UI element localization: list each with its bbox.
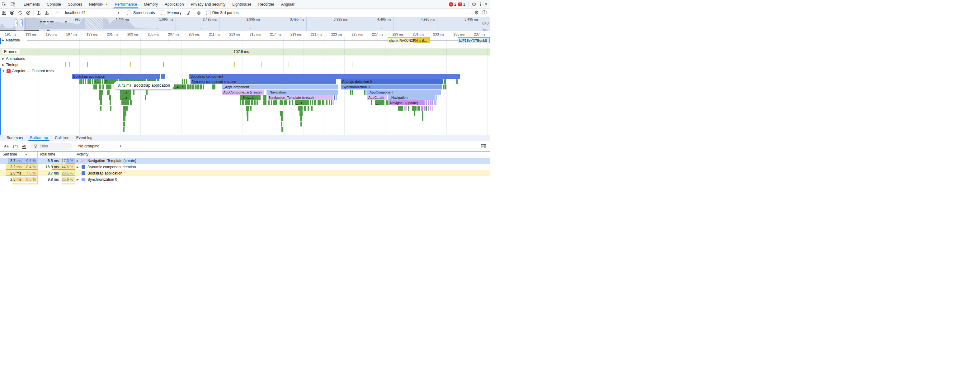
tab-recorder[interactable]: Recorder (255, 0, 278, 8)
flame-bar-change-detection-0[interactable]: Change detection 0 (341, 79, 443, 84)
column-separator[interactable] (37, 152, 38, 184)
column-header-activity[interactable]: Activity (76, 152, 88, 157)
flame-bar[interactable] (196, 85, 198, 89)
flame-bar[interactable] (352, 90, 353, 95)
selection-handle-right[interactable] (20, 19, 23, 27)
flame-bar[interactable] (250, 105, 251, 111)
flame-bar[interactable] (314, 101, 316, 105)
flame-bar[interactable] (85, 79, 86, 84)
flame-bar[interactable] (431, 101, 433, 105)
flame-bar[interactable] (263, 95, 266, 100)
flame-bar[interactable] (417, 105, 419, 111)
match-case-icon[interactable]: Aa (3, 144, 10, 148)
flame-bar[interactable] (432, 105, 433, 111)
history-dropdown[interactable]: localhost #1 ▼ (63, 10, 122, 16)
flame-bar[interactable] (443, 85, 445, 89)
regex-icon[interactable]: (.*) (11, 144, 19, 148)
device-toolbar-icon[interactable] (9, 0, 18, 8)
flame-bar[interactable] (106, 85, 111, 89)
flame-bar[interactable] (92, 79, 93, 84)
flame-bar[interactable] (280, 111, 283, 116)
timings-track-header[interactable]: ▶ Timings (2, 63, 19, 67)
flame-bar[interactable] (123, 111, 126, 116)
timing-mark[interactable] (136, 62, 136, 67)
flame-bar[interactable] (186, 79, 188, 84)
flame-bar-navigation-template-create[interactable]: Navigation_Template (create) (268, 95, 333, 100)
flame-bar[interactable] (110, 105, 111, 111)
flame-bar[interactable] (311, 105, 313, 111)
flame-bar-a-e[interactable]: _A...e (173, 85, 186, 89)
flame-bar[interactable] (322, 101, 325, 105)
flame-bar[interactable] (331, 101, 332, 105)
flame-bar[interactable] (292, 101, 293, 105)
flame-bar[interactable] (99, 95, 102, 100)
flame-bar[interactable] (414, 111, 415, 116)
toggle-sidebar-icon[interactable] (0, 9, 8, 16)
flame-bar[interactable] (422, 116, 423, 121)
tab-sources[interactable]: Sources (64, 0, 86, 8)
record-icon[interactable] (8, 9, 16, 16)
flame-bar[interactable] (457, 79, 458, 84)
flame-bar[interactable] (289, 101, 290, 105)
flame-bar-r[interactable]: _...r (120, 95, 131, 100)
flame-bar[interactable] (412, 105, 417, 111)
flame-bar[interactable] (387, 101, 388, 105)
details-tab-summary[interactable]: Summary (3, 135, 27, 141)
flame-bar[interactable] (240, 101, 241, 105)
flame-bar[interactable] (273, 101, 277, 105)
table-row-navigation-template-create[interactable]: 3.7 ms9.8 %6.5 ms17.3 %▶Navigation_Templ… (0, 158, 490, 164)
screenshots-checkbox[interactable]: Screenshots (127, 11, 155, 15)
flame-bar[interactable] (428, 101, 429, 105)
load-profile-icon[interactable] (35, 9, 43, 16)
flame-bar[interactable] (312, 101, 313, 105)
flame-bar[interactable] (246, 105, 249, 111)
flame-bar[interactable] (123, 105, 128, 111)
flame-bar[interactable] (99, 90, 103, 95)
flame-bar[interactable] (254, 101, 256, 105)
flame-bar[interactable] (310, 101, 311, 105)
flame-bar[interactable] (280, 101, 283, 105)
flame-bar[interactable] (245, 101, 250, 105)
flame-bar[interactable] (428, 105, 429, 111)
flame-bar[interactable] (298, 105, 302, 111)
save-profile-icon[interactable] (43, 9, 51, 16)
flame-bar[interactable] (256, 101, 258, 105)
flame-bar[interactable] (109, 95, 111, 100)
flame-bar[interactable] (203, 85, 204, 89)
flame-bar[interactable] (200, 85, 201, 89)
flame-bar[interactable] (123, 127, 124, 132)
table-row-bootstrap-application[interactable]: 2.8 ms7.5 %8.7 ms23.1 %Bootstrap applica… (0, 170, 490, 176)
flame-bar[interactable] (88, 79, 91, 84)
tab-elements[interactable]: Elements (20, 0, 43, 8)
network-request-pending[interactable]: kJF1BvYX7BgnkS (458, 37, 490, 43)
timing-mark[interactable] (87, 62, 88, 67)
tab-angular[interactable]: Angular (278, 0, 298, 8)
flame-bar-appcompone-e-create[interactable]: AppCompone...e (create) (222, 90, 264, 95)
flame-bar[interactable] (102, 85, 104, 89)
details-tab-call-tree[interactable]: Call tree (51, 135, 73, 141)
flame-bar[interactable] (404, 105, 407, 111)
timing-mark[interactable] (234, 62, 235, 67)
collect-garbage-icon[interactable] (185, 9, 193, 16)
flame-bar[interactable] (436, 95, 437, 100)
flame-bar[interactable] (123, 121, 125, 126)
flame-bar[interactable] (100, 105, 102, 111)
timing-mark[interactable] (289, 62, 289, 67)
flame-bar[interactable] (107, 90, 110, 95)
column-separator[interactable] (75, 152, 75, 184)
shortcuts-dialog-icon[interactable] (195, 9, 203, 16)
flame-bar[interactable] (437, 90, 441, 95)
flame-bar-[interactable]: _... (375, 101, 385, 105)
flame-bar[interactable] (243, 101, 244, 105)
timeline-overview[interactable]: 495 ms995 ms1,495 ms1,995 ms2,495 ms2,99… (0, 17, 490, 31)
expand-arrow-icon[interactable]: ▶ (76, 158, 79, 164)
flame-bar[interactable] (198, 85, 199, 89)
flame-bar[interactable] (398, 105, 403, 111)
flame-bar[interactable] (299, 111, 302, 116)
flame-bar-appc-te[interactable]: AppC...te) (367, 95, 387, 100)
flame-bar[interactable] (421, 105, 423, 111)
details-tab-event-log[interactable]: Event log (73, 135, 96, 141)
issues-count-badge[interactable]: 1 (458, 2, 465, 6)
home-icon[interactable]: ⌂ (53, 9, 61, 16)
dim-3rd-parties-checkbox[interactable]: Dim 3rd parties (206, 11, 239, 15)
